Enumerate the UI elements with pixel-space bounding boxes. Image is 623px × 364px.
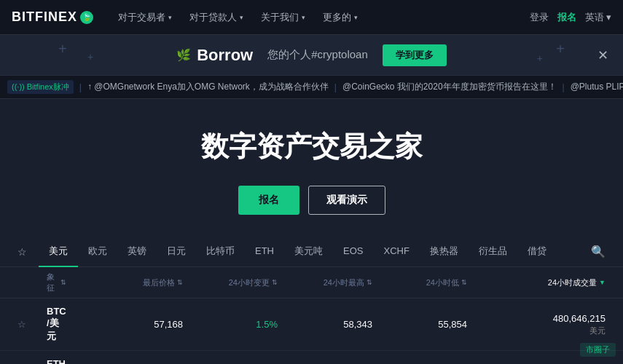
row-star-btc[interactable]: ☆ [17, 319, 47, 330]
decoration-plus-2: + [87, 51, 93, 63]
tab-exchange[interactable]: 换热器 [420, 237, 469, 267]
ticker-pulse-label: ((·)) Bitfinex脉冲 [7, 80, 74, 94]
row-price-btc: 57,168 [66, 319, 183, 330]
logo-text: BITFINEX [12, 9, 77, 25]
favorites-star-icon[interactable]: ☆ [17, 246, 27, 258]
tab-xchf[interactable]: XCHF [373, 237, 419, 267]
banner: + + + + 🌿 Borrow 您的个人#cryptoloan 学到更多 ✕ [0, 35, 623, 76]
chevron-icon: ▾ [302, 14, 305, 21]
chevron-icon: ▾ [240, 14, 243, 21]
tab-jpy[interactable]: 日元 [157, 237, 196, 267]
navbar: BITFINEX 🍃 对于交易者 ▾ 对于贷款人 ▾ 关于我们 ▾ 更多的 ▾ … [0, 0, 623, 35]
table-row[interactable]: ☆ ETH /美元 3,475.0 4.1% 3,542.0 3,281.0 2… [0, 351, 623, 364]
tab-gbp[interactable]: 英镑 [117, 237, 157, 267]
close-icon[interactable]: ✕ [597, 47, 608, 63]
sort-icon: ⇅ [177, 279, 183, 286]
row-change-btc: 1.5% [183, 319, 278, 330]
tab-eth[interactable]: ETH [245, 237, 284, 267]
watch-demo-button[interactable]: 观看演示 [308, 186, 385, 215]
chevron-down-icon: ▾ [606, 12, 611, 23]
chevron-icon: ▾ [168, 14, 172, 21]
banner-cta-button[interactable]: 学到更多 [383, 44, 447, 66]
ticker-separator-1: | [79, 82, 82, 92]
hero-title: 数字资产交易之家 [201, 128, 423, 165]
ticker-bar: ((·)) Bitfinex脉冲 | ↑ @OMGnetwork Enya加入O… [0, 76, 623, 99]
leaf-icon: 🌿 [176, 48, 191, 62]
banner-title: Borrow [197, 46, 253, 65]
th-low[interactable]: 24小时低 ⇅ [372, 272, 467, 293]
market-tabs-bar: ☆ 美元 欧元 英镑 日元 比特币 ETH 美元吨 EOS XCHF 换热器 衍… [0, 237, 623, 267]
search-icon[interactable]: 🔍 [591, 245, 606, 258]
hero-buttons: 报名 观看演示 [238, 186, 385, 215]
market-tabs: 美元 欧元 英镑 日元 比特币 ETH 美元吨 EOS XCHF 换热器 衍生品… [39, 237, 591, 267]
row-symbol-eth: ETH /美元 [47, 358, 66, 364]
nav-item-lenders[interactable]: 对于贷款人 ▾ [182, 7, 251, 28]
ticker-item-1: ↑ @OMGnetwork Enya加入OMG Network，成为战略合作伙伴 [87, 81, 329, 93]
th-change[interactable]: 24小时变更 ⇅ [183, 272, 278, 293]
ticker-separator-2: | [334, 82, 337, 92]
decoration-plus-3: + [556, 41, 565, 58]
logo[interactable]: BITFINEX 🍃 [12, 9, 93, 25]
table-header: 象征 ⇅ 最后价格 ⇅ 24小时变更 ⇅ 24小时最高 ⇅ 24小时低 ⇅ 24… [0, 267, 623, 298]
ticker-item-2: @CoinGecko 我们的2020年年度加密货币报告在这里！ [342, 81, 557, 93]
sort-icon: ⇅ [60, 279, 66, 286]
tab-usd[interactable]: 美元 [39, 237, 78, 267]
row-high-btc: 58,343 [278, 319, 372, 330]
nav-links: 对于交易者 ▾ 对于贷款人 ▾ 关于我们 ▾ 更多的 ▾ [111, 7, 530, 28]
row-volume-btc: 480,646,215 美元 [467, 313, 606, 336]
row-low-btc: 55,854 [372, 319, 467, 330]
th-star [17, 272, 47, 293]
hero-section: 数字资产交易之家 报名 观看演示 [0, 99, 623, 237]
row-symbol-btc: BTC /美元 [47, 306, 66, 343]
banner-content: 🌿 Borrow 您的个人#cryptoloan 学到更多 [176, 44, 447, 66]
nav-right: 登录 报名 英语 ▾ [530, 11, 611, 24]
nav-item-more[interactable]: 更多的 ▾ [316, 7, 365, 28]
th-volume[interactable]: 24小时成交量 ▼ [467, 272, 606, 293]
sort-icon-active: ▼ [599, 279, 606, 286]
ticker-item-3: @Plutus PLIP | Pluton流动 [571, 81, 623, 93]
sort-icon: ⇅ [367, 279, 372, 286]
register-button[interactable]: 报名 [557, 11, 576, 24]
nav-item-traders[interactable]: 对于交易者 ▾ [111, 7, 179, 28]
tab-usdt[interactable]: 美元吨 [284, 237, 333, 267]
login-button[interactable]: 登录 [530, 11, 549, 24]
tab-lending[interactable]: 借贷 [517, 237, 557, 267]
logo-icon: 🍃 [80, 11, 93, 24]
signup-button[interactable]: 报名 [238, 186, 299, 215]
nav-item-about[interactable]: 关于我们 ▾ [254, 7, 313, 28]
table-row[interactable]: ☆ BTC /美元 57,168 1.5% 58,343 55,854 480,… [0, 298, 623, 351]
decoration-plus-4: + [537, 52, 543, 64]
ticker-separator-3: | [563, 82, 565, 92]
language-selector[interactable]: 英语 ▾ [585, 11, 611, 24]
sort-icon: ⇅ [461, 279, 467, 286]
th-price[interactable]: 最后价格 ⇅ [66, 272, 183, 293]
sort-icon: ⇅ [272, 279, 278, 286]
th-symbol[interactable]: 象征 ⇅ [47, 272, 66, 293]
banner-subtitle: 您的个人#cryptoloan [267, 48, 368, 62]
banner-borrow: 🌿 Borrow [176, 46, 253, 65]
tab-btc[interactable]: 比特币 [196, 237, 245, 267]
tab-eur[interactable]: 欧元 [78, 237, 117, 267]
tab-eos[interactable]: EOS [333, 237, 373, 267]
tab-derivatives[interactable]: 衍生品 [469, 237, 517, 267]
chevron-icon: ▾ [354, 14, 358, 21]
th-high[interactable]: 24小时最高 ⇅ [278, 272, 372, 293]
decoration-plus-1: + [58, 41, 67, 58]
